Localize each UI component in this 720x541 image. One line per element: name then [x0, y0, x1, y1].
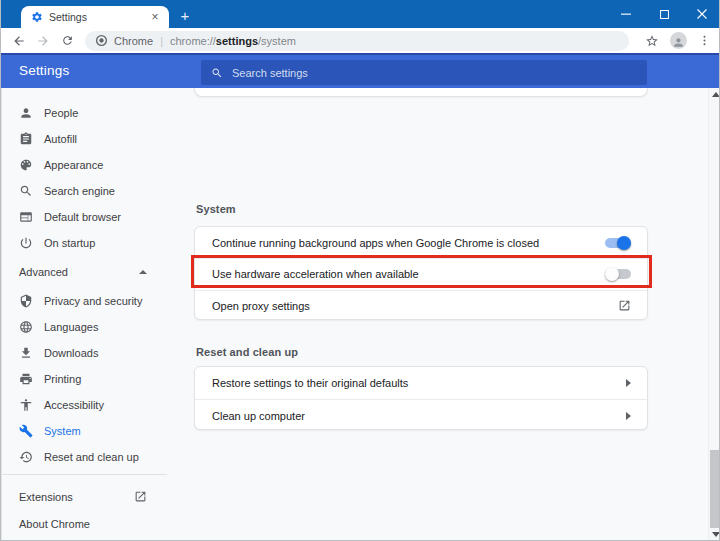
- address-bar[interactable]: Chrome | chrome://settings/system: [85, 31, 629, 51]
- profile-avatar[interactable]: [667, 30, 689, 52]
- close-window-button[interactable]: [683, 0, 720, 28]
- shield-icon: [19, 294, 33, 308]
- sidebar-item-about-chrome[interactable]: About Chrome: [2, 510, 167, 537]
- scrollbar-down-icon[interactable]: [712, 532, 720, 537]
- sidebar-advanced-toggle[interactable]: Advanced: [2, 256, 167, 288]
- tab-close-icon[interactable]: ×: [148, 10, 162, 24]
- sidebar-item-downloads[interactable]: Downloads: [2, 340, 167, 366]
- toggle-hardware-acceleration[interactable]: [605, 267, 631, 281]
- scrollbar-up-icon[interactable]: [712, 92, 720, 97]
- previous-card-edge: [194, 88, 648, 97]
- chevron-right-icon: [626, 379, 631, 387]
- browser-toolbar: Chrome | chrome://settings/system: [1, 28, 720, 53]
- sidebar-item-privacy[interactable]: Privacy and security: [2, 288, 167, 314]
- settings-sidebar: People Autofill Appearance Search engine…: [1, 88, 167, 541]
- sidebar-item-autofill[interactable]: Autofill: [2, 126, 167, 152]
- person-icon: [19, 106, 33, 120]
- url-text: chrome://settings/system: [170, 35, 296, 47]
- settings-header: Settings Search settings: [1, 53, 720, 88]
- sidebar-item-reset[interactable]: Reset and clean up: [2, 444, 167, 470]
- row-open-proxy-settings[interactable]: Open proxy settings: [195, 290, 647, 320]
- row-clean-up-computer[interactable]: Clean up computer: [195, 399, 647, 430]
- site-chip-label: Chrome: [114, 35, 153, 47]
- omnibox-separator: |: [160, 35, 163, 47]
- search-icon: [19, 184, 33, 198]
- row-hardware-acceleration[interactable]: Use hardware acceleration when available: [195, 258, 647, 289]
- globe-icon: [19, 320, 33, 334]
- chevron-right-icon: [626, 412, 631, 420]
- reset-card: Restore settings to their original defau…: [194, 366, 648, 430]
- toggle-background-apps[interactable]: [605, 236, 631, 250]
- reload-icon[interactable]: [55, 30, 79, 52]
- new-tab-button[interactable]: +: [173, 5, 197, 25]
- forward-icon[interactable]: [31, 30, 55, 52]
- autofill-icon: [19, 132, 33, 146]
- palette-icon: [19, 158, 33, 172]
- sidebar-item-system[interactable]: System: [2, 418, 167, 444]
- maximize-button[interactable]: [645, 0, 683, 28]
- minimize-button[interactable]: [607, 0, 645, 28]
- browser-menu-icon[interactable]: [693, 30, 715, 52]
- site-chip-icon: [95, 34, 108, 47]
- printer-icon: [19, 372, 33, 386]
- sidebar-item-default-browser[interactable]: Default browser: [2, 204, 167, 230]
- page-scrollbar[interactable]: [708, 88, 720, 541]
- back-icon[interactable]: [7, 30, 31, 52]
- browser-tab-settings[interactable]: Settings ×: [21, 6, 169, 28]
- tab-title: Settings: [49, 11, 148, 23]
- row-background-apps[interactable]: Continue running background apps when Go…: [195, 227, 647, 258]
- search-icon: [211, 67, 223, 79]
- download-icon: [19, 346, 33, 360]
- avatar-person-icon: [670, 32, 687, 49]
- sidebar-item-printing[interactable]: Printing: [2, 366, 167, 392]
- accessibility-icon: [19, 398, 33, 412]
- launch-icon: [134, 490, 147, 503]
- titlebar: Settings × +: [1, 0, 720, 28]
- sidebar-item-people[interactable]: People: [2, 100, 167, 126]
- sidebar-item-languages[interactable]: Languages: [2, 314, 167, 340]
- sidebar-item-search-engine[interactable]: Search engine: [2, 178, 167, 204]
- section-heading-reset: Reset and clean up: [196, 346, 298, 358]
- sidebar-item-accessibility[interactable]: Accessibility: [2, 392, 167, 418]
- power-icon: [19, 236, 33, 250]
- scrollbar-thumb[interactable]: [710, 450, 720, 528]
- settings-main: System Continue running background apps …: [194, 88, 648, 541]
- sidebar-item-extensions[interactable]: Extensions: [2, 483, 167, 510]
- sidebar-item-on-startup[interactable]: On startup: [2, 230, 167, 256]
- window-controls: [607, 0, 720, 28]
- settings-content: People Autofill Appearance Search engine…: [1, 88, 720, 541]
- system-card: Continue running background apps when Go…: [194, 226, 648, 320]
- restore-icon: [19, 450, 33, 464]
- search-placeholder: Search settings: [232, 67, 308, 79]
- settings-favicon-icon: [31, 11, 43, 23]
- chevron-up-icon: [139, 270, 147, 274]
- external-link-icon: [618, 299, 631, 312]
- sidebar-divider: [2, 474, 167, 475]
- browser-window: Settings × +: [0, 0, 720, 541]
- bookmark-star-icon[interactable]: [641, 30, 663, 52]
- sidebar-item-appearance[interactable]: Appearance: [2, 152, 167, 178]
- page-title: Settings: [19, 63, 69, 78]
- row-restore-defaults[interactable]: Restore settings to their original defau…: [195, 367, 647, 399]
- section-heading-system: System: [196, 203, 236, 215]
- search-settings-input[interactable]: Search settings: [201, 60, 647, 85]
- wrench-icon: [19, 424, 33, 438]
- browser-window-icon: [19, 210, 33, 224]
